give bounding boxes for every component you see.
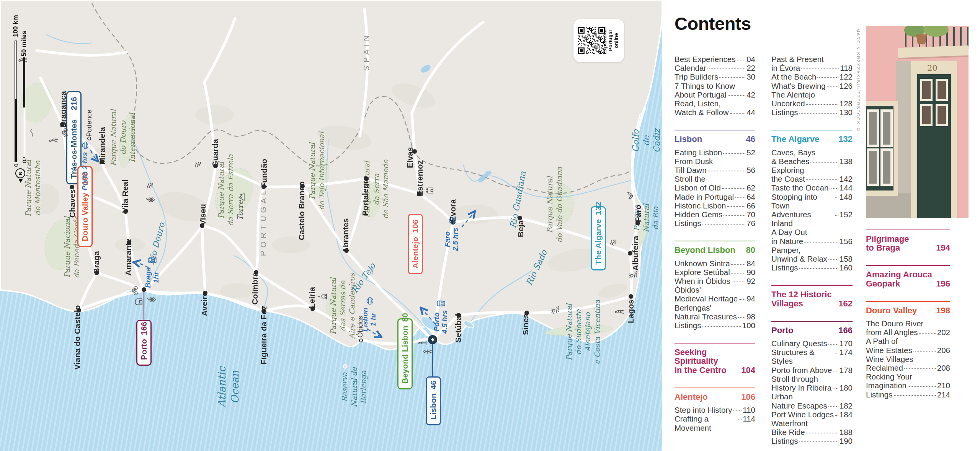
scale-zero-miles: 0 (21, 160, 28, 163)
entry-title: Listings (675, 219, 701, 228)
entry-page-number: 122 (840, 72, 853, 81)
north-compass: N (13, 166, 26, 184)
abrantes-label: Abrantes (341, 218, 350, 253)
entry-title: Hidden Gems (675, 210, 722, 219)
entry-page-number: 62 (746, 183, 755, 192)
book-spread: Parque Natural de MontesinhoParque Nacio… (0, 0, 980, 451)
entry-page-number: 184 (840, 410, 853, 419)
section-title-line: to Braga194 (866, 243, 950, 252)
grapes-icon-2 (146, 295, 157, 305)
entry-line: Explore Setúbal90 (675, 268, 755, 277)
section-page-number: 106 (741, 392, 755, 401)
facade-photo: 20 (866, 26, 969, 218)
entry-line: From Dusk (675, 157, 755, 166)
entry-page-number: 110 (743, 405, 755, 414)
toc-section-lisbon: Lisbon46Eating Lisbon52From DuskTill Daw… (675, 130, 755, 228)
entry-line: Watch & Follow44 (675, 108, 755, 117)
grapes-icon (145, 195, 155, 205)
sines-label: Sines (521, 314, 530, 335)
porto-box-page: 166 (139, 322, 149, 335)
entry-line: Listings190 (771, 436, 853, 445)
entry-page-number: 174 (840, 348, 853, 357)
entry-line: Wine Estates206 (866, 346, 950, 355)
section-rule (866, 230, 950, 230)
dot-leader (828, 406, 838, 407)
toc-section-amazing-arouca-geopark: Amazing AroucaGeopark196 (866, 265, 950, 288)
entry-line: Óbidos' (675, 285, 755, 294)
toc-entry-best-experiences: Best Experiences04 (675, 55, 755, 63)
entry-page-number: 142 (840, 174, 853, 183)
toc-entry-caves-bays-beaches: Caves, Bays& Beaches138 (771, 148, 853, 166)
section-rule (866, 265, 950, 266)
entry-line: Stroll the (675, 174, 755, 183)
door-pane (936, 79, 948, 101)
dot-leader (833, 371, 838, 371)
lisbon-box: Lisbon46 (426, 376, 441, 425)
section-header: Porto166 (771, 326, 853, 335)
dot-leader (833, 388, 838, 389)
entry-line: Crafting a Movement114 (675, 414, 755, 432)
entry-line: & Beaches138 (771, 157, 853, 166)
entry-line: The Alentejo (771, 90, 853, 99)
section-title: The Algarve (771, 135, 819, 143)
section-header: Pilgrimageto Braga194 (866, 234, 950, 252)
entry-title: Structures & Styles (771, 348, 834, 365)
dot-leader (719, 77, 745, 78)
entry-title: When in Óbidos (675, 277, 730, 285)
amarante-label: Amarante (124, 239, 132, 276)
section-title: Douro Valley (866, 306, 917, 315)
beyond-lisbon-box-name: Beyond Lisbon (400, 326, 410, 384)
beach-icon (551, 304, 561, 314)
entry-title: Listings (675, 321, 701, 330)
the-algarve-box-name: The Algarve (594, 219, 603, 265)
spain-label: SPAIN (362, 32, 371, 71)
toc-entry-7-things-to-know-about-portugal: 7 Things to KnowAbout Portugal42 (675, 81, 755, 99)
dot-leader (723, 153, 745, 154)
leiria-label: Leiria (308, 287, 316, 308)
section-page-number: 198 (936, 306, 950, 315)
lisbon-1hr-note-text: Lisbon 1 hr (361, 308, 377, 331)
porto-2hrs-note-text: Porto 2 hrs (81, 152, 89, 190)
section-header: SeekingSpiritualityin the Centro104 (675, 348, 755, 374)
toc-entry-at-the-beach: At the Beach122 (771, 72, 853, 81)
entry-title: Eating Lisbon (675, 148, 722, 157)
golfo-de-cadiz-label: Golfo de Cádiz (630, 129, 662, 153)
page-title: Contents (675, 13, 751, 34)
entry-title: Best Experiences (675, 55, 736, 63)
section-title-line: Douro Valley198 (866, 306, 950, 315)
section-header: The 12 HistoricVillages162 (771, 290, 853, 308)
door-pane (920, 104, 933, 126)
entry-page-number: 84 (746, 259, 755, 268)
toc-entry-trip-builders: Trip Builders30 (675, 72, 755, 81)
toc-column-2: Past & Presentin Évora118At the Beach122… (771, 55, 853, 446)
monastery-icon (318, 291, 328, 302)
toc-entry-listings: Listings190 (771, 436, 853, 445)
entry-line: Unknown Sintra84 (675, 259, 755, 268)
entry-page-number: 100 (742, 321, 755, 330)
entry-title: Made in Portugal (675, 192, 734, 201)
alentejo-box-page: 106 (411, 220, 420, 233)
entry-line: Culinary Quests170 (771, 339, 853, 348)
entry-line: Natural Treasures98 (675, 312, 755, 321)
toc-entry-past-present-in-vora: Past & Presentin Évora118 (771, 55, 853, 72)
map-labels-layer: Parque Natural de MontesinhoParque Nacio… (0, 0, 662, 451)
balcony-ledge (898, 46, 969, 58)
entry-line: What's Brewing126 (771, 81, 853, 90)
entry-line: Eating Lisbon52 (675, 148, 755, 157)
entry-line: Stroll through (771, 374, 853, 383)
section-header: Beyond Lisbon80 (675, 246, 755, 254)
entry-page-number: 180 (840, 383, 853, 392)
entry-title: Unknown Sintra (675, 259, 730, 268)
alentejo-box-name: Alentejo (411, 237, 420, 269)
dot-leader (919, 333, 936, 334)
section-rule (771, 321, 853, 322)
entry-page-number: 148 (840, 192, 853, 201)
entry-page-number: 56 (746, 166, 755, 174)
section-title-line: Beyond Lisbon80 (675, 246, 755, 254)
entry-line: Port Wine Lodges184 (771, 410, 853, 419)
elvas-label: Elvas (406, 147, 414, 168)
dot-leader (835, 215, 838, 216)
beyond-lisbon-box: Beyond Lisbon80 (397, 318, 413, 389)
dot-leader (894, 395, 936, 396)
rock-art-icon-3 (608, 237, 618, 247)
